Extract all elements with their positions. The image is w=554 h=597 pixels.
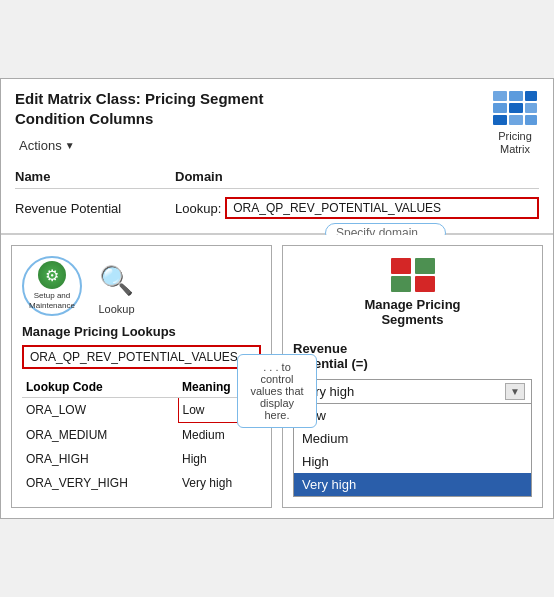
left-panel-title: Manage Pricing Lookups: [22, 324, 261, 339]
revenue-potential-field: Revenue Potential: [15, 201, 175, 216]
pricing-segment-icon: [389, 256, 437, 294]
svg-rect-10: [415, 258, 435, 274]
svg-rect-9: [391, 258, 411, 274]
pricing-matrix-icon: [491, 89, 539, 127]
dropdown-item[interactable]: High: [294, 450, 531, 473]
title-line2: Condition Columns: [15, 110, 153, 127]
lookup-table-header-row: Lookup Code Meaning: [22, 377, 261, 398]
svg-rect-1: [509, 91, 523, 101]
right-panel-title: Manage PricingSegments: [364, 297, 460, 327]
lookup-code-header: Lookup Code: [22, 377, 178, 398]
lookup-table: Lookup Code Meaning ORA_LOWLowORA_MEDIUM…: [22, 377, 261, 495]
connector-text: . . . to control values that display her…: [250, 361, 303, 421]
actions-button[interactable]: Actions ▼: [15, 136, 79, 155]
svg-rect-2: [525, 91, 537, 101]
svg-rect-7: [509, 115, 523, 125]
right-panel-header: Manage PricingSegments: [293, 256, 532, 333]
actions-bar: Actions ▼: [15, 136, 539, 155]
lookup-table-row: ORA_LOWLow: [22, 398, 261, 423]
connector-area: . . . to control values that display her…: [237, 354, 317, 428]
lookup-label: Lookup:: [175, 201, 221, 216]
lookup-icon-container: 🔍 Lookup: [94, 258, 139, 315]
lookup-code-cell: ORA_VERY_HIGH: [22, 471, 178, 495]
dropdown-arrow-icon: ▼: [505, 383, 525, 400]
revenue-potential-label: RevenuePotential (=): [293, 341, 532, 371]
name-column-header: Name: [15, 169, 175, 184]
main-container: Edit Matrix Class: Pricing Segment Condi…: [0, 78, 554, 519]
lookup-table-row: ORA_HIGHHigh: [22, 447, 261, 471]
svg-rect-0: [493, 91, 507, 101]
lookup-input-box: ORA_QP_REV_POTENTIAL_VALUES: [22, 345, 261, 369]
revenue-potential-row: Revenue Potential Lookup: ORA_QP_REV_POT…: [15, 193, 539, 223]
svg-rect-8: [525, 115, 537, 125]
svg-rect-5: [525, 103, 537, 113]
lookup-icon: 🔍: [94, 258, 139, 303]
dropdown-header[interactable]: Very high ▼: [293, 379, 532, 404]
setup-maintenance-icon: ⚙ Setup andMaintenance: [22, 256, 82, 316]
lookup-table-row: ORA_MEDIUMMedium: [22, 423, 261, 448]
svg-rect-4: [509, 103, 523, 113]
dropdown-item[interactable]: Very high: [294, 473, 531, 496]
setup-label: Setup andMaintenance: [29, 291, 75, 310]
lookup-code-cell: ORA_HIGH: [22, 447, 178, 471]
svg-rect-3: [493, 103, 507, 113]
actions-caret-icon: ▼: [65, 140, 75, 151]
dropdown-item[interactable]: Medium: [294, 427, 531, 450]
lookup-code-cell: ORA_MEDIUM: [22, 423, 178, 448]
svg-rect-6: [493, 115, 507, 125]
actions-label: Actions: [19, 138, 62, 153]
column-headers: Name Domain: [15, 165, 539, 189]
top-section: Edit Matrix Class: Pricing Segment Condi…: [1, 79, 553, 235]
lookup-table-row: ORA_VERY_HIGHVery high: [22, 471, 261, 495]
lookup-meaning-cell: Very high: [178, 471, 260, 495]
pricing-matrix-icon-container: PricingMatrix: [491, 89, 539, 156]
lookup-meaning-cell: High: [178, 447, 260, 471]
left-panel-header: ⚙ Setup andMaintenance 🔍 Lookup: [22, 256, 261, 316]
dropdown-list: LowMediumHighVery high: [293, 404, 532, 497]
lookup-code-cell: ORA_LOW: [22, 398, 178, 423]
right-panel: Manage PricingSegments RevenuePotential …: [282, 245, 543, 508]
svg-rect-11: [391, 276, 411, 292]
left-panel: ⚙ Setup andMaintenance 🔍 Lookup Manage P…: [11, 245, 272, 508]
connector-bubble: . . . to control values that display her…: [237, 354, 317, 428]
lookup-btn-label: Lookup: [98, 303, 134, 315]
title-line1: Edit Matrix Class: Pricing Segment: [15, 90, 263, 107]
gear-icon: ⚙: [38, 261, 66, 289]
page-title: Edit Matrix Class: Pricing Segment Condi…: [15, 89, 539, 128]
domain-column-header: Domain: [175, 169, 539, 184]
dropdown-item[interactable]: Low: [294, 404, 531, 427]
dropdown-container: Very high ▼ LowMediumHighVery high: [293, 379, 532, 497]
pricing-matrix-label: PricingMatrix: [498, 130, 532, 156]
bottom-section: ⚙ Setup andMaintenance 🔍 Lookup Manage P…: [1, 235, 553, 518]
svg-rect-12: [415, 276, 435, 292]
lookup-value: ORA_QP_REV_POTENTIAL_VALUES: [225, 197, 539, 219]
